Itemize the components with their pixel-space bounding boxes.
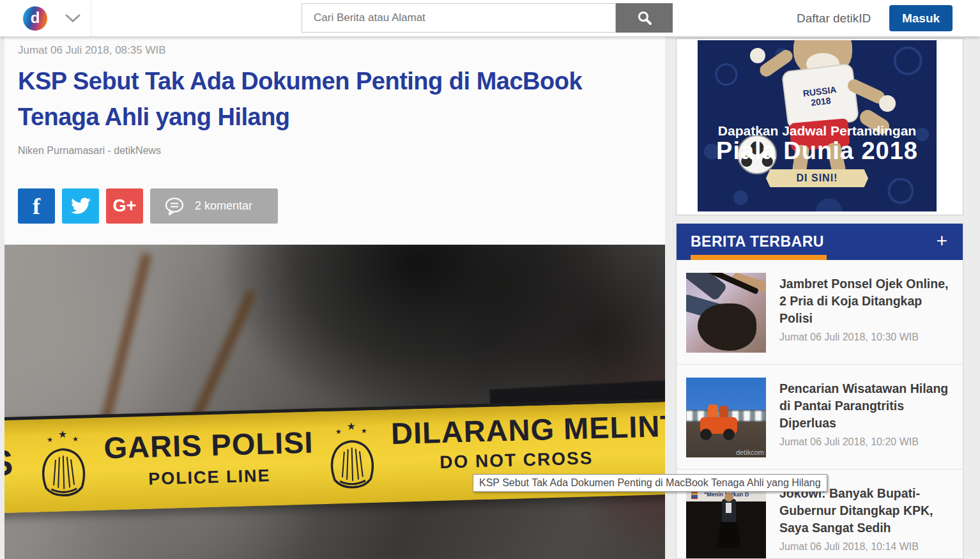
header-accent-bar (691, 255, 827, 260)
svg-text:★: ★ (361, 427, 367, 434)
tape-dilarang-melintas-text: DILARANG MELINTAS DO NOT CROSS (390, 408, 665, 474)
news-thumb-bag-snatch (686, 273, 766, 353)
detik-logo[interactable]: d (23, 6, 47, 31)
share-googleplus-button[interactable]: G+ (106, 188, 143, 224)
police-line-tape: S ★ ★ ★ GARIS POLISI POLICE LINE ★ ★ ★ (4, 398, 665, 514)
news-item-2[interactable]: detikcom Pencarian Wisatawan Hilang di P… (677, 364, 963, 469)
news-item-time: Jumat 06 Juli 2018, 10:30 WIB (779, 332, 951, 343)
comments-button[interactable]: 2 komentar (150, 188, 278, 224)
svg-text:★: ★ (57, 429, 67, 440)
mascot-jersey: RUSSIA 2018 (781, 63, 859, 130)
news-thumb-jokowi-speech: "Menin katkan D (686, 482, 766, 559)
news-item-title[interactable]: Jambret Ponsel Ojek Online, 2 Pria di Ko… (779, 275, 951, 327)
expand-plus-icon[interactable]: + (936, 230, 947, 252)
article-hero-image: S ★ ★ ★ GARIS POLISI POLICE LINE ★ ★ ★ (4, 245, 665, 559)
link-tooltip: KSP Sebut Tak Ada Dokumen Penting di Mac… (473, 474, 827, 492)
news-item-time: Jumat 06 Juli 2018, 10:20 WIB (779, 436, 951, 448)
news-item-title[interactable]: Jokowi: Banyak Bupati-Gubernur Ditangkap… (779, 485, 951, 537)
comment-bubble-icon (164, 197, 185, 216)
header-divider (91, 0, 91, 36)
search-bar (302, 3, 673, 33)
comments-count-label: 2 komentar (195, 199, 252, 213)
search-button[interactable] (616, 3, 673, 33)
article-author: Niken Purnamasari - detikNews (18, 145, 161, 157)
news-thumb-beach-atv: detikcom (686, 378, 766, 457)
berita-terbaru-panel: BERITA TERBARU + Jambret Ponsel Ojek Onl… (676, 224, 963, 559)
top-header: d Daftar detikID Masuk (0, 0, 980, 36)
ad-container: RUSSIA 2018 Dapatkan Jadwal Pertandingan… (676, 38, 963, 215)
detikcom-watermark: detikcom (736, 448, 764, 456)
tape-partial-letter: S (4, 442, 13, 484)
svg-text:★: ★ (72, 435, 79, 443)
daftar-detikid-link[interactable]: Daftar detikID (797, 0, 871, 36)
share-twitter-button[interactable] (62, 188, 99, 224)
svg-text:★: ★ (47, 436, 53, 443)
masuk-button[interactable]: Masuk (889, 5, 953, 31)
facebook-icon: f (33, 193, 40, 220)
news-item-1[interactable]: Jambret Ponsel Ojek Online, 2 Pria di Ko… (677, 260, 963, 364)
world-cup-ad-banner[interactable]: RUSSIA 2018 Dapatkan Jadwal Pertandingan… (698, 40, 937, 211)
search-icon (637, 10, 652, 26)
article-date: Jumat 06 Juli 2018, 08:35 WIB (18, 44, 166, 57)
ad-banner-line2: Piala Dunia 2018 (698, 137, 937, 165)
googleplus-icon: G+ (113, 196, 137, 216)
search-input[interactable] (302, 3, 616, 33)
article-headline: KSP Sebut Tak Ada Dokumen Penting di Mac… (18, 63, 593, 135)
berita-terbaru-header: BERITA TERBARU + (677, 224, 963, 260)
police-emblem-icon: ★ ★ ★ (31, 427, 96, 504)
news-item-time: Jumat 06 Juli 2018, 10:14 WIB (779, 541, 951, 553)
berita-terbaru-title: BERITA TERBARU (691, 233, 824, 250)
chevron-down-icon[interactable] (65, 14, 80, 23)
svg-text:★: ★ (335, 427, 342, 435)
share-buttons-row: f G+ 2 komentar (18, 188, 278, 224)
tape-garis-polisi-text: GARIS POLISI POLICE LINE (101, 424, 317, 490)
share-facebook-button[interactable]: f (18, 188, 55, 224)
news-item-title[interactable]: Pencarian Wisatawan Hilang di Pantai Par… (779, 380, 951, 432)
svg-text:★: ★ (346, 421, 356, 432)
police-emblem-icon: ★ ★ ★ (319, 418, 385, 496)
twitter-icon (70, 197, 91, 215)
ad-banner-line1: Dapatkan Jadwal Pertandingan (698, 123, 937, 139)
detik-logo-letter: d (31, 10, 40, 26)
ad-cta-button[interactable]: DI SINI! (766, 169, 868, 187)
